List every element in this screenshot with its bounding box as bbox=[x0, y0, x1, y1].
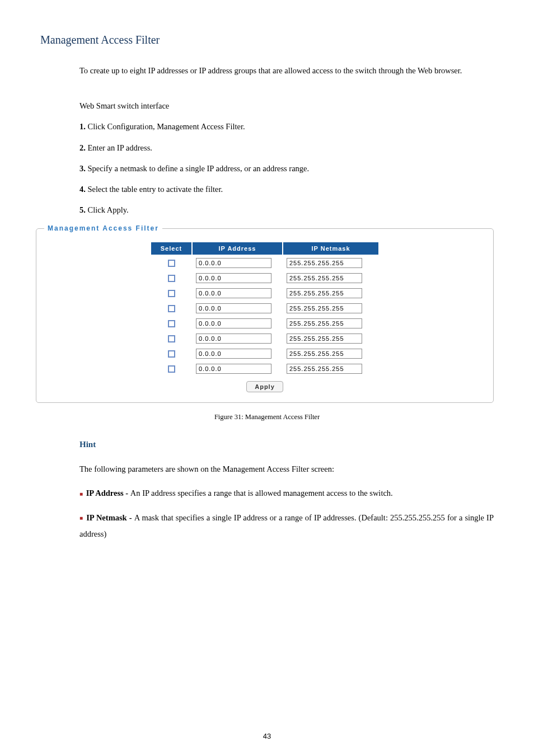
hint-heading: Hint bbox=[79, 436, 494, 453]
ip-address-input[interactable] bbox=[196, 349, 271, 359]
hint-item-ip-address: ■ IP Address - An IP address specifies a… bbox=[79, 485, 494, 501]
ip-address-input[interactable] bbox=[196, 334, 271, 344]
hint-desc: An IP address specifies a range that is … bbox=[130, 489, 393, 497]
select-checkbox[interactable] bbox=[168, 350, 175, 358]
hint-item-ip-netmask: ■ IP Netmask - A mask that specifies a s… bbox=[79, 510, 494, 542]
ip-netmask-input[interactable] bbox=[287, 303, 362, 313]
ip-address-input[interactable] bbox=[196, 258, 271, 268]
step-1: 1. Click Configuration, Management Acces… bbox=[79, 118, 494, 135]
table-row bbox=[151, 286, 378, 300]
panel-legend: Management Access Filter bbox=[44, 224, 162, 232]
step-1-num: 1. bbox=[79, 122, 86, 131]
ip-address-input[interactable] bbox=[196, 364, 271, 374]
step-4-num: 4. bbox=[79, 185, 86, 194]
table-row bbox=[151, 361, 378, 375]
hint-lead: The following parameters are shown on th… bbox=[79, 461, 494, 477]
step-5: 5. Click Apply. bbox=[79, 201, 494, 219]
select-checkbox[interactable] bbox=[168, 335, 175, 342]
step-4-text: Select the table entry to activate the f… bbox=[86, 185, 223, 194]
figure-caption: Figure 31: Management Access Filter bbox=[40, 413, 494, 421]
select-checkbox[interactable] bbox=[168, 365, 175, 373]
ip-address-input[interactable] bbox=[196, 273, 271, 283]
step-5-text: Click Apply. bbox=[86, 205, 129, 214]
select-checkbox[interactable] bbox=[168, 275, 175, 282]
step-3: 3. Specify a netmask to define a single … bbox=[79, 160, 494, 177]
bullet-icon: ■ bbox=[79, 513, 83, 524]
step-2-text: Enter an IP address. bbox=[86, 143, 152, 152]
table-header-row: Select IP Address IP Netmask bbox=[151, 242, 378, 255]
col-select: Select bbox=[151, 242, 191, 255]
hint-label: IP Netmask - bbox=[86, 513, 134, 522]
page-number: 43 bbox=[0, 732, 534, 740]
step-3-num: 3. bbox=[79, 164, 86, 173]
ip-netmask-input[interactable] bbox=[287, 334, 362, 344]
filter-table: Select IP Address IP Netmask bbox=[150, 241, 380, 377]
interface-line: Web Smart switch interface bbox=[79, 97, 494, 115]
step-3-text: Specify a netmask to define a single IP … bbox=[86, 164, 309, 173]
table-row bbox=[151, 271, 378, 285]
col-ip-address: IP Address bbox=[193, 242, 282, 255]
step-2-num: 2. bbox=[79, 143, 86, 152]
apply-button[interactable]: Apply bbox=[246, 381, 283, 392]
select-checkbox[interactable] bbox=[168, 290, 175, 297]
management-access-filter-panel: Management Access Filter Select IP Addre… bbox=[36, 224, 494, 403]
col-ip-netmask: IP Netmask bbox=[283, 242, 378, 255]
intro-block: To create up to eight IP addresses or IP… bbox=[79, 62, 494, 219]
ip-address-input[interactable] bbox=[196, 318, 271, 328]
hint-label: IP Address - bbox=[86, 489, 130, 497]
ip-netmask-input[interactable] bbox=[287, 364, 362, 374]
select-checkbox[interactable] bbox=[168, 320, 175, 327]
table-row bbox=[151, 346, 378, 360]
step-4: 4. Select the table entry to activate th… bbox=[79, 181, 494, 198]
table-row bbox=[151, 331, 378, 345]
table-row bbox=[151, 301, 378, 315]
ip-netmask-input[interactable] bbox=[287, 318, 362, 328]
table-row bbox=[151, 256, 378, 270]
ip-netmask-input[interactable] bbox=[287, 288, 362, 298]
ip-address-input[interactable] bbox=[196, 303, 271, 313]
ip-netmask-input[interactable] bbox=[287, 349, 362, 359]
step-1-text: Click Configuration, Management Access F… bbox=[86, 122, 245, 131]
section-title: Management Access Filter bbox=[40, 34, 494, 46]
hint-desc: A mask that specifies a single IP addres… bbox=[79, 513, 494, 538]
select-checkbox[interactable] bbox=[168, 260, 175, 267]
ip-netmask-input[interactable] bbox=[287, 273, 362, 283]
ip-netmask-input[interactable] bbox=[287, 258, 362, 268]
intro-text: To create up to eight IP addresses or IP… bbox=[79, 62, 494, 79]
select-checkbox[interactable] bbox=[168, 305, 175, 312]
step-5-num: 5. bbox=[79, 205, 86, 214]
ip-address-input[interactable] bbox=[196, 288, 271, 298]
bullet-icon: ■ bbox=[79, 489, 83, 500]
step-2: 2. Enter an IP address. bbox=[79, 139, 494, 157]
table-row bbox=[151, 316, 378, 330]
